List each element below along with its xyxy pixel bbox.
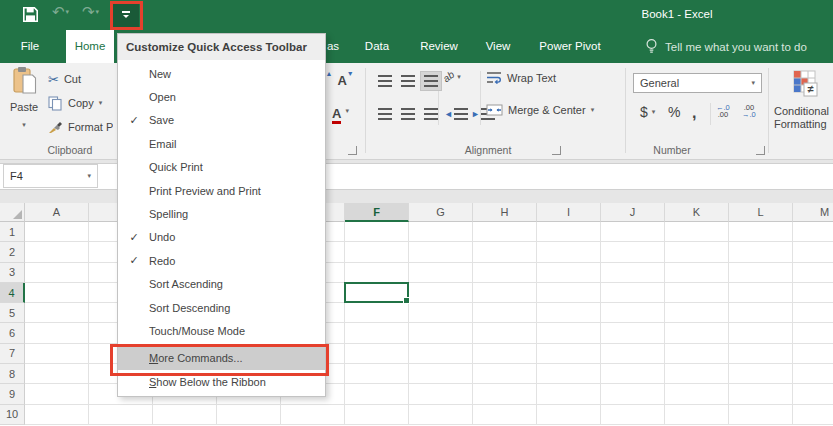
cell-H3[interactable] <box>473 263 537 283</box>
orientation-button[interactable]: ab ▾ <box>443 71 461 82</box>
cell-L9[interactable] <box>729 384 793 404</box>
cell-L3[interactable] <box>729 263 793 283</box>
cell-I8[interactable] <box>537 364 601 384</box>
alignment-dialog-launcher[interactable] <box>552 146 561 155</box>
menu-item-print-preview-and-print[interactable]: Print Preview and Print <box>118 179 325 202</box>
undo-icon[interactable]: ↶▾ <box>52 3 69 21</box>
cell-L6[interactable] <box>729 323 793 343</box>
cell-F5[interactable] <box>345 303 409 323</box>
cell-K6[interactable] <box>665 323 729 343</box>
font-dialog-launcher[interactable] <box>348 146 357 155</box>
cell-A3[interactable] <box>25 263 89 283</box>
cell-J9[interactable] <box>601 384 665 404</box>
cell-H8[interactable] <box>473 364 537 384</box>
cell-A10[interactable] <box>25 405 89 425</box>
cell-I2[interactable] <box>537 242 601 262</box>
comma-button[interactable]: , <box>692 104 696 122</box>
cell-L2[interactable] <box>729 242 793 262</box>
cell-A8[interactable] <box>25 364 89 384</box>
cell-M10[interactable] <box>793 405 833 425</box>
column-header-K[interactable]: K <box>665 203 729 222</box>
cell-J1[interactable] <box>601 222 665 242</box>
tab-file[interactable]: File <box>8 30 52 63</box>
column-header-A[interactable]: A <box>25 203 89 222</box>
align-right-button[interactable] <box>420 104 442 124</box>
cell-K1[interactable] <box>665 222 729 242</box>
row-header-4[interactable]: 4 <box>0 283 25 303</box>
decrease-decimal-button[interactable]: .00 →.0 <box>742 104 756 118</box>
shrink-font-button[interactable]: A▼ <box>337 73 346 88</box>
cell-I10[interactable] <box>537 405 601 425</box>
cell-H10[interactable] <box>473 405 537 425</box>
menu-item-touch-mouse-mode[interactable]: Touch/Mouse Mode <box>118 319 325 342</box>
column-header-F[interactable]: F <box>345 203 409 222</box>
cell-I3[interactable] <box>537 263 601 283</box>
cell-L8[interactable] <box>729 364 793 384</box>
cell-A7[interactable] <box>25 344 89 364</box>
menu-item-save[interactable]: ✓Save <box>118 109 325 132</box>
tab-data[interactable]: Data <box>356 30 398 63</box>
selected-cell-F4[interactable] <box>344 282 409 303</box>
cell-I4[interactable] <box>537 283 601 303</box>
cell-I6[interactable] <box>537 323 601 343</box>
cell-L7[interactable] <box>729 344 793 364</box>
cell-H5[interactable] <box>473 303 537 323</box>
cell-F8[interactable] <box>345 364 409 384</box>
column-header-I[interactable]: I <box>537 203 601 222</box>
row-header-2[interactable]: 2 <box>0 242 25 262</box>
cell-H7[interactable] <box>473 344 537 364</box>
percent-button[interactable]: % <box>668 104 680 120</box>
fill-handle[interactable] <box>403 297 410 304</box>
cell-I1[interactable] <box>537 222 601 242</box>
cell-M5[interactable] <box>793 303 833 323</box>
cell-H4[interactable] <box>473 283 537 303</box>
top-align-button[interactable] <box>374 71 396 91</box>
cell-F1[interactable] <box>345 222 409 242</box>
cell-L4[interactable] <box>729 283 793 303</box>
cell-I9[interactable] <box>537 384 601 404</box>
cell-C10[interactable] <box>153 405 217 425</box>
cell-G3[interactable] <box>409 263 473 283</box>
cell-H6[interactable] <box>473 323 537 343</box>
cell-D10[interactable] <box>217 405 281 425</box>
select-all-button[interactable] <box>0 203 25 222</box>
bottom-align-button[interactable] <box>420 71 442 91</box>
cell-A9[interactable] <box>25 384 89 404</box>
cell-G10[interactable] <box>409 405 473 425</box>
cell-M9[interactable] <box>793 384 833 404</box>
cell-G6[interactable] <box>409 323 473 343</box>
cell-K5[interactable] <box>665 303 729 323</box>
menu-item-open[interactable]: Open <box>118 85 325 108</box>
column-header-L[interactable]: L <box>729 203 793 222</box>
tab-power-pivot[interactable]: Power Pivot <box>530 30 610 63</box>
cell-G4[interactable] <box>409 283 473 303</box>
cell-M2[interactable] <box>793 242 833 262</box>
tab-home[interactable]: Home <box>66 30 114 63</box>
cell-A5[interactable] <box>25 303 89 323</box>
cell-A2[interactable] <box>25 242 89 262</box>
name-box[interactable]: F4 ▾ <box>3 164 98 188</box>
cell-G1[interactable] <box>409 222 473 242</box>
cell-K7[interactable] <box>665 344 729 364</box>
cell-F2[interactable] <box>345 242 409 262</box>
menu-item-sort-ascending[interactable]: Sort Ascending <box>118 273 325 296</box>
cell-I7[interactable] <box>537 344 601 364</box>
column-header-H[interactable]: H <box>473 203 537 222</box>
cell-K3[interactable] <box>665 263 729 283</box>
cell-M7[interactable] <box>793 344 833 364</box>
cell-M4[interactable] <box>793 283 833 303</box>
cell-B10[interactable] <box>89 405 153 425</box>
cell-M1[interactable] <box>793 222 833 242</box>
cell-J5[interactable] <box>601 303 665 323</box>
redo-icon[interactable]: ↷▾ <box>82 3 99 21</box>
number-dialog-launcher[interactable] <box>756 146 765 155</box>
merge-center-button[interactable]: Merge & Center ▾ <box>486 104 594 116</box>
cell-G2[interactable] <box>409 242 473 262</box>
paste-button[interactable]: Paste ▾ <box>4 66 44 131</box>
cell-K2[interactable] <box>665 242 729 262</box>
column-header-J[interactable]: J <box>601 203 665 222</box>
cell-F6[interactable] <box>345 323 409 343</box>
cell-G5[interactable] <box>409 303 473 323</box>
decrease-indent-button[interactable]: ◄ <box>443 104 469 124</box>
undo-caret-icon[interactable]: ▾ <box>66 8 70 15</box>
